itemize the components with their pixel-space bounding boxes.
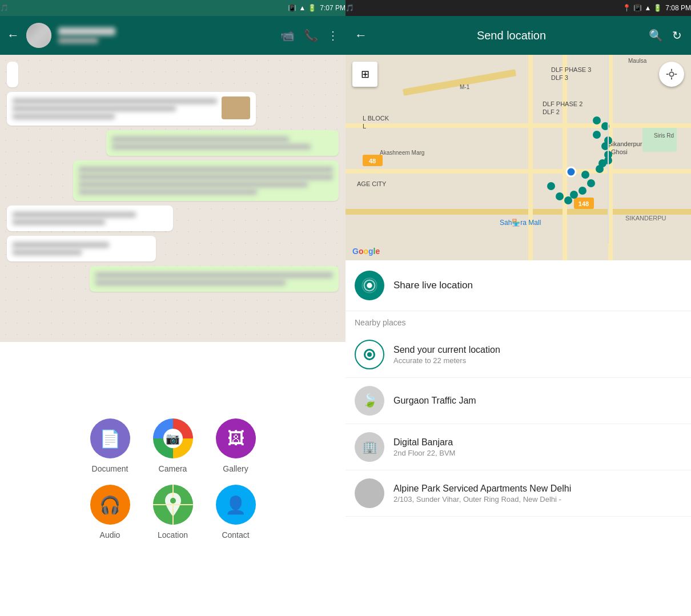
send-location-header: ← Send location 🔍 ↻ [346,16,691,55]
gurgaon-name: Gurgaon Traffic Jam [393,396,682,406]
svg-point-39 [578,187,586,195]
svg-text:AGE CITY: AGE CITY [357,180,387,187]
status-icons-right: 📍 📳 ▲ 🔋 [622,4,662,12]
svg-text:DLF  3: DLF 3 [551,74,568,81]
current-location-text: Send your current location Accurate to 2… [393,345,682,365]
alpine-name: Alpine Park Serviced Apartments New Delh… [393,484,682,494]
svg-text:L: L [363,123,366,130]
location-item-gurgaon[interactable]: 🍃 Gurgaon Traffic Jam [346,378,691,424]
attach-audio[interactable]: 🎧 Audio [90,485,130,539]
map-my-location-button[interactable] [659,62,684,87]
svg-text:Maulsa: Maulsa [628,58,647,64]
contact-status [58,38,98,43]
chat-header-icons: 📹 📞 ⋮ [280,29,339,42]
svg-text:Sikanderpur: Sikanderpur [608,140,642,147]
send-location-title: Send location [374,29,649,42]
message-sent-1 [106,130,339,156]
attach-document[interactable]: 📄 Document [90,418,130,473]
svg-text:SIKANDERPU: SIKANDERPU [625,215,666,222]
contact-label: Contact [222,530,249,539]
svg-text:Ghosi: Ghosi [611,148,628,155]
svg-text:148: 148 [578,200,589,207]
svg-point-55 [367,283,372,288]
share-live-location-item[interactable]: Share live location [346,260,691,311]
location-icon [153,485,193,525]
message-received-1 [7,62,18,87]
live-location-icon [361,277,377,293]
share-live-icon [355,271,384,300]
svg-text:DLF  2: DLF 2 [543,108,560,115]
svg-text:Siris Rd: Siris Rd [654,132,674,139]
status-icons-left: 📳 ▲ 🔋 [288,4,316,12]
share-live-label: Share live location [393,280,473,291]
more-options-button[interactable]: ⋮ [327,29,339,42]
contact-icon: 👤 [225,495,246,515]
audio-label: Audio [100,530,120,539]
svg-rect-8 [346,209,691,215]
location-header-icons: 🔍 ↻ [649,29,682,42]
location-list: Share live location Nearby places Send y… [346,260,691,616]
video-call-button[interactable]: 📹 [280,29,295,42]
google-logo: Google [352,247,380,256]
search-button[interactable]: 🔍 [649,29,663,42]
document-label: Document [92,464,128,473]
svg-text:M-1: M-1 [460,84,470,90]
location-item-digital[interactable]: 🏢 Digital Banjara 2nd Floor 22, BVM [346,424,691,470]
message-received-4 [7,236,156,261]
svg-point-41 [564,196,572,204]
attach-camera[interactable]: 📷 Camera [153,418,193,473]
camera-icon: 📷 [163,429,183,448]
contact-name [58,27,115,35]
current-location-icon [355,340,384,369]
location-panel: 48 148 DLF PHASE 3 DLF 3 DLF PHASE 2 DLF… [346,55,691,616]
contact-avatar [26,23,51,48]
svg-text:DLF PHASE 3: DLF PHASE 3 [551,66,591,73]
contact-info [58,27,274,43]
svg-point-47 [547,182,555,190]
status-bar-right: 🎵 📍 📳 ▲ 🔋 7:08 PM [346,0,691,16]
location-label: Location [158,530,188,539]
current-location-name: Send your current location [393,345,682,355]
svg-text:Akashneem Marg: Akashneem Marg [380,150,424,156]
map-fullscreen-button[interactable]: ⊞ [352,62,377,87]
time-left: 7:07 PM [320,4,346,12]
digital-sub: 2nd Floor 22, BVM [393,449,682,457]
digital-text: Digital Banjara 2nd Floor 22, BVM [393,437,682,457]
svg-point-50 [669,72,673,76]
attach-location[interactable]: Location [153,485,193,539]
message-received-2 [7,92,256,126]
nearby-places-header: Nearby places [346,311,691,332]
back-button-chat[interactable]: ← [7,28,19,43]
svg-text:48: 48 [369,158,376,164]
attach-contact[interactable]: 👤 Contact [216,485,256,539]
svg-point-38 [587,179,595,187]
svg-text:Sah🏪ra Mall: Sah🏪ra Mall [500,218,541,227]
map-svg: 48 148 DLF PHASE 3 DLF 3 DLF PHASE 2 DLF… [346,55,691,260]
attach-grid: 📄 Document 📷 Camera 🖼 [79,407,267,551]
svg-point-44 [593,116,601,124]
svg-point-40 [570,191,578,199]
attach-gallery[interactable]: 🖼 Gallery [216,418,256,473]
audio-icon: 🎧 [99,495,120,515]
spotify-icon-right: 🎵 [346,4,354,12]
svg-rect-9 [563,55,567,260]
current-location-item[interactable]: Send your current location Accurate to 2… [346,332,691,378]
message-sent-2 [73,160,339,201]
location-item-alpine[interactable]: Alpine Park Serviced Apartments New Delh… [346,470,691,517]
svg-point-42 [556,192,564,200]
back-button-location[interactable]: ← [355,28,367,43]
svg-point-3 [170,498,176,504]
chat-header: ← 📹 📞 ⋮ [0,16,346,55]
alpine-icon [355,478,384,508]
gurgaon-icon: 🍃 [355,386,384,416]
refresh-button[interactable]: ↻ [672,29,682,42]
map-container: 48 148 DLF PHASE 3 DLF 3 DLF PHASE 2 DLF… [346,55,691,260]
voice-call-button[interactable]: 📞 [304,29,318,42]
chat-panel: 😊 📎 📷 🎤 📄 Document � [0,55,346,616]
svg-point-48 [567,167,576,176]
current-location-sub: Accurate to 22 meters [393,356,682,365]
digital-icon: 🏢 [355,432,384,462]
gallery-icon: 🖼 [227,429,244,448]
gurgaon-text: Gurgaon Traffic Jam [393,396,682,406]
svg-point-36 [596,165,604,173]
